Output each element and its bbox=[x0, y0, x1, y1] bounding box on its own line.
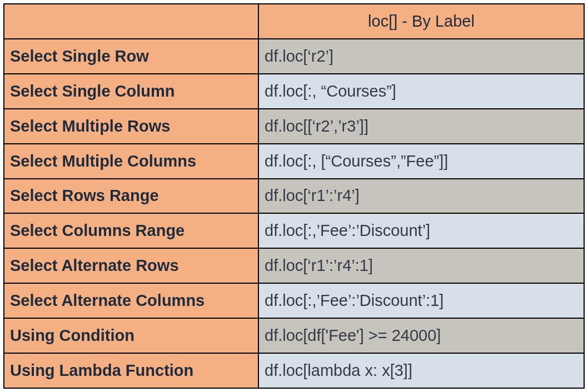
table-header-row: loc[] - By Label bbox=[4, 4, 584, 39]
code-cell: df.loc[:, [“Courses”,”Fee”]] bbox=[258, 144, 584, 179]
code-cell: df.loc[:, “Courses”] bbox=[258, 74, 584, 109]
table-row: Select Multiple Columns df.loc[:, [“Cour… bbox=[4, 144, 584, 179]
code-cell: df.loc[‘r1’:’r4’:1] bbox=[258, 248, 584, 283]
table-row: Select Single Row df.loc[‘r2’] bbox=[4, 39, 584, 74]
row-label: Select Alternate Columns bbox=[4, 283, 258, 318]
table-row: Select Alternate Columns df.loc[:,’Fee’:… bbox=[4, 283, 584, 318]
code-cell: df.loc[:,’Fee’:’Discount’:1] bbox=[258, 283, 584, 318]
table-row: Select Single Column df.loc[:, “Courses”… bbox=[4, 74, 584, 109]
row-label: Using Condition bbox=[4, 318, 258, 353]
row-label: Select Columns Range bbox=[4, 213, 258, 248]
table-row: Select Rows Range df.loc[‘r1’:’r4’] bbox=[4, 179, 584, 214]
row-label: Select Multiple Rows bbox=[4, 109, 258, 144]
code-cell: df.loc[[‘r2’,’r3’]] bbox=[258, 109, 584, 144]
row-label: Using Lambda Function bbox=[4, 353, 258, 388]
row-label: Select Single Column bbox=[4, 74, 258, 109]
row-label: Select Rows Range bbox=[4, 179, 258, 214]
table-row: Select Alternate Rows df.loc[‘r1’:’r4’:1… bbox=[4, 248, 584, 283]
row-label: Select Multiple Columns bbox=[4, 144, 258, 179]
table-row: Using Condition df.loc[df['Fee'] >= 2400… bbox=[4, 318, 584, 353]
code-cell: df.loc[df['Fee'] >= 24000] bbox=[258, 318, 584, 353]
row-label: Select Single Row bbox=[4, 39, 258, 74]
column-header-loc: loc[] - By Label bbox=[258, 4, 584, 39]
code-cell: df.loc[:,’Fee’:’Discount’] bbox=[258, 213, 584, 248]
code-cell: df.loc[‘r2’] bbox=[258, 39, 584, 74]
corner-cell bbox=[4, 4, 258, 39]
reference-table-wrapper: loc[] - By Label Select Single Row df.lo… bbox=[0, 0, 588, 392]
code-cell: df.loc[lambda x: x[3]] bbox=[258, 353, 584, 388]
table-row: Select Columns Range df.loc[:,’Fee’:’Dis… bbox=[4, 213, 584, 248]
loc-reference-table: loc[] - By Label Select Single Row df.lo… bbox=[3, 3, 585, 389]
row-label: Select Alternate Rows bbox=[4, 248, 258, 283]
table-row: Using Lambda Function df.loc[lambda x: x… bbox=[4, 353, 584, 388]
code-cell: df.loc[‘r1’:’r4’] bbox=[258, 179, 584, 214]
table-row: Select Multiple Rows df.loc[[‘r2’,’r3’]] bbox=[4, 109, 584, 144]
